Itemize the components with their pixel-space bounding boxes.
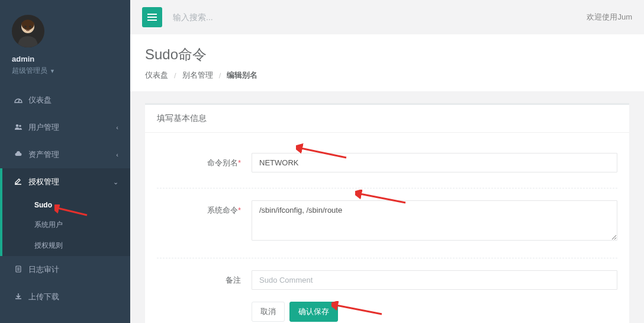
subnav-perms: Sudo 系统用户 授权规则 <box>2 196 130 256</box>
sidebar-item-dashboard[interactable]: 仪表盘 <box>2 87 130 114</box>
caret-down-icon: ▼ <box>50 68 55 74</box>
profile-block: admin 超级管理员 ▼ <box>0 0 130 87</box>
breadcrumb-current: 编辑别名 <box>227 70 257 81</box>
sidebar-item-transfer[interactable]: 上传下载 <box>2 283 130 311</box>
cancel-button[interactable]: 取消 <box>252 302 285 322</box>
topbar: 欢迎使用Jum <box>130 0 644 34</box>
svg-point-4 <box>16 124 19 127</box>
button-row: 取消 确认保存 <box>157 298 617 322</box>
cloud-icon <box>13 151 24 159</box>
nav-label: 授权管理 <box>28 177 113 187</box>
svg-point-3 <box>29 25 31 28</box>
nav-label: 用户管理 <box>28 122 116 133</box>
breadcrumb-alias-manage[interactable]: 别名管理 <box>182 70 213 81</box>
role-dropdown[interactable]: 超级管理员 ▼ <box>12 66 55 76</box>
users-icon <box>13 123 24 132</box>
nav-label: 资产管理 <box>28 149 116 160</box>
submit-button[interactable]: 确认保存 <box>289 302 338 322</box>
breadcrumb: 仪表盘 / 别名管理 / 编辑别名 <box>145 70 629 81</box>
sidebar-item-logs[interactable]: 日志审计 <box>2 256 130 283</box>
subnav-sysuser[interactable]: 系统用户 <box>5 215 130 235</box>
label-alias: 命令别名* <box>157 153 252 172</box>
chevron-left-icon: ‹ <box>116 124 118 131</box>
comment-input[interactable] <box>252 270 617 290</box>
subnav-sudo[interactable]: Sudo <box>5 196 130 215</box>
welcome-text: 欢迎使用Jum <box>587 12 632 23</box>
sidebar-item-assets[interactable]: 资产管理 ‹ <box>2 141 130 168</box>
search-input[interactable] <box>173 12 327 22</box>
chevron-left-icon: ‹ <box>116 151 118 158</box>
hamburger-icon <box>147 14 157 21</box>
edit-icon <box>13 178 24 187</box>
system-cmd-textarea[interactable] <box>252 200 617 241</box>
row-comment: 备注 <box>157 262 617 298</box>
download-icon <box>13 293 24 302</box>
svg-point-2 <box>24 25 27 28</box>
nav-label: 日志审计 <box>28 264 118 275</box>
subnav-permrule[interactable]: 授权规则 <box>5 235 130 256</box>
page-heading: Sudo命令 仪表盘 / 别名管理 / 编辑别名 <box>130 34 644 91</box>
panel-heading: 填写基本信息 <box>145 105 629 133</box>
username: admin <box>12 55 118 63</box>
row-system-cmd: 系统命令* <box>157 192 617 258</box>
file-icon <box>13 266 24 274</box>
nav-label: 仪表盘 <box>28 95 118 105</box>
row-alias: 命令别名* <box>157 145 617 188</box>
form-panel: 填写基本信息 命令别名* 系统命令* <box>145 103 629 323</box>
sidebar-toggle-button[interactable] <box>142 7 162 27</box>
label-system-cmd: 系统命令* <box>157 200 252 242</box>
breadcrumb-dashboard[interactable]: 仪表盘 <box>145 70 168 81</box>
role-label: 超级管理员 <box>12 66 47 76</box>
nav-label: 上传下载 <box>28 292 118 302</box>
required-asterisk: * <box>238 158 241 167</box>
sidebar: admin 超级管理员 ▼ 仪表盘 用户管 <box>0 0 130 323</box>
avatar[interactable] <box>12 15 44 47</box>
sidebar-item-users[interactable]: 用户管理 ‹ <box>2 114 130 141</box>
required-asterisk: * <box>238 206 241 215</box>
dashboard-icon <box>13 96 24 105</box>
svg-point-5 <box>19 124 21 127</box>
main-content: 欢迎使用Jum Sudo命令 仪表盘 / 别名管理 / 编辑别名 填写基本信息 … <box>130 0 644 323</box>
separator: / <box>219 71 221 80</box>
sidebar-nav: 仪表盘 用户管理 ‹ 资产管理 ‹ <box>0 87 130 311</box>
alias-input[interactable] <box>252 153 617 172</box>
label-comment: 备注 <box>157 270 252 290</box>
page-title: Sudo命令 <box>145 45 629 64</box>
sidebar-item-perms[interactable]: 授权管理 ⌄ <box>2 168 130 196</box>
separator: / <box>174 71 176 80</box>
chevron-down-icon: ⌄ <box>113 178 118 186</box>
